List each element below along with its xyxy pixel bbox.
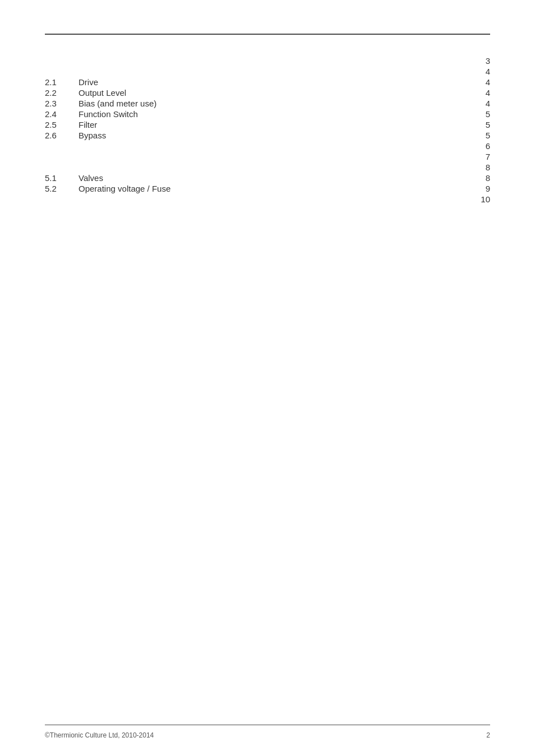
footer-copyright: ©Thermionic Culture Ltd, 2010-2014	[45, 731, 154, 739]
toc-row: 2.3Bias (and meter use)4	[45, 99, 490, 108]
toc-row: 5.2Operating voltage / Fuse9	[45, 184, 490, 193]
toc-entry-number: 2.2	[45, 88, 79, 98]
toc-entry-page: 4	[468, 67, 490, 76]
toc-entry-number: 2.4	[45, 109, 79, 119]
toc-entry-title: Filter	[79, 120, 468, 129]
toc-row: 10	[45, 194, 490, 204]
toc-entry-title: Drive	[79, 77, 468, 87]
toc-entry-page: 4	[468, 77, 490, 87]
toc-row: 5.1Valves8	[45, 173, 490, 183]
top-rule	[45, 34, 490, 35]
toc-entry-page: 4	[468, 88, 490, 98]
toc-entry-page: 5	[468, 109, 490, 119]
toc-entry-number: 2.5	[45, 120, 79, 129]
toc-container: 342.1Drive42.2Output Level42.3Bias (and …	[45, 56, 490, 204]
toc-row: 2.6Bypass5	[45, 131, 490, 140]
toc-entry-number: 5.1	[45, 173, 79, 183]
toc-entry-title: Bypass	[79, 131, 468, 140]
toc-row: 6	[45, 141, 490, 151]
toc-entry-number: 5.2	[45, 184, 79, 193]
toc-entry-page: 3	[468, 56, 490, 66]
footer: ©Thermionic Culture Ltd, 2010-2014 2	[45, 731, 490, 739]
toc-row: 7	[45, 152, 490, 161]
toc-row: 3	[45, 56, 490, 66]
content-area: 342.1Drive42.2Output Level42.3Bias (and …	[45, 0, 490, 204]
toc-entry-number: 2.6	[45, 131, 79, 140]
toc-entry-number: 2.1	[45, 77, 79, 87]
toc-row: 2.4Function Switch5	[45, 109, 490, 119]
toc-entry-page: 5	[468, 131, 490, 140]
toc-entry-number: 2.3	[45, 99, 79, 108]
bottom-rule	[45, 725, 490, 725]
page-container: 342.1Drive42.2Output Level42.3Bias (and …	[0, 0, 535, 756]
footer-page-number: 2	[486, 731, 490, 739]
toc-row: 2.1Drive4	[45, 77, 490, 87]
toc-entry-title: Operating voltage / Fuse	[79, 184, 468, 193]
toc-entry-page: 7	[468, 152, 490, 161]
toc-entry-page: 8	[468, 173, 490, 183]
toc-entry-title: Output Level	[79, 88, 468, 98]
toc-entry-page: 6	[468, 141, 490, 151]
toc-row: 2.2Output Level4	[45, 88, 490, 98]
toc-entry-page: 8	[468, 163, 490, 172]
toc-entry-page: 10	[468, 194, 490, 204]
toc-entry-title: Bias (and meter use)	[79, 99, 468, 108]
toc-entry-title: Valves	[79, 173, 468, 183]
toc-row: 4	[45, 67, 490, 76]
toc-row: 2.5Filter5	[45, 120, 490, 129]
toc-entry-page: 4	[468, 99, 490, 108]
toc-entry-page: 5	[468, 120, 490, 129]
toc-row: 8	[45, 163, 490, 172]
toc-entry-page: 9	[468, 184, 490, 193]
toc-entry-title: Function Switch	[79, 109, 468, 119]
